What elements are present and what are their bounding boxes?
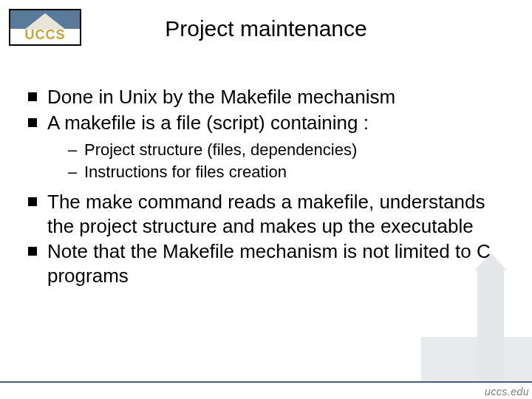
bullet-item: Done in Unix by the Makefile mechanism	[27, 85, 510, 109]
sub-bullet-item: Project structure (files, dependencies)	[68, 139, 510, 161]
bullet-text: A makefile is a file (script) containing…	[47, 112, 369, 134]
footer-url: uccs.edu	[485, 386, 529, 398]
footer-divider	[0, 381, 532, 383]
bullet-item: A makefile is a file (script) containing…	[27, 111, 510, 183]
bullet-text: The make command reads a makefile, under…	[47, 191, 485, 237]
bullet-item: Note that the Makefile mechanism is not …	[27, 239, 510, 287]
bullet-text: Note that the Makefile mechanism is not …	[47, 240, 491, 287]
slide-content: Done in Unix by the Makefile mechanism A…	[27, 85, 510, 289]
sub-bullet-text: Project structure (files, dependencies)	[84, 140, 357, 159]
slide-title: Project maintenance	[165, 16, 367, 41]
sub-bullet-text: Instructions for files creation	[84, 163, 287, 181]
uccs-logo: UCCS	[9, 9, 81, 46]
bullet-item: The make command reads a makefile, under…	[27, 190, 510, 238]
sub-bullet-item: Instructions for files creation	[68, 161, 510, 183]
bullet-text: Done in Unix by the Makefile mechanism	[47, 86, 395, 108]
logo-text: UCCS	[24, 27, 65, 43]
